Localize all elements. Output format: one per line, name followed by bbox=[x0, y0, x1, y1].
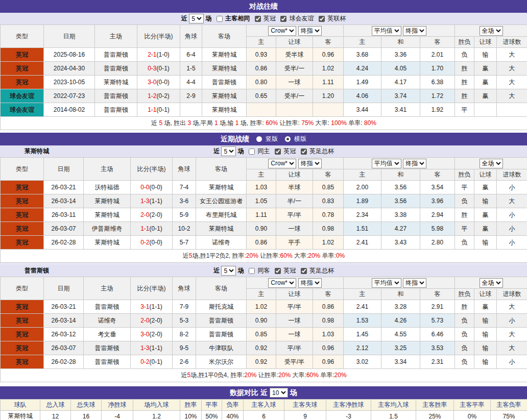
average-stage-select[interactable]: 终指 bbox=[403, 278, 426, 288]
final-score: 2-0 bbox=[140, 211, 149, 218]
away-team: 莱斯特城 bbox=[202, 62, 247, 76]
fulltime-group-header: 全场 bbox=[455, 25, 527, 37]
summary-label: 场, 胜出 bbox=[162, 119, 187, 127]
result-wdl: 负 bbox=[455, 194, 474, 208]
home-team: 普雷斯顿 bbox=[95, 48, 137, 62]
score-cell: 0-0(0-0) bbox=[131, 181, 173, 194]
odds-stage-select[interactable]: 终指 bbox=[298, 159, 322, 168]
filter-league-label: 英冠 bbox=[264, 15, 276, 22]
bookmaker-select[interactable]: Crow* bbox=[268, 159, 296, 168]
draw-rate: 50% bbox=[202, 411, 222, 420]
odds-handicap: 一球 bbox=[276, 222, 313, 236]
summary-label: 场, 胜率: bbox=[239, 119, 266, 127]
half-score: (1-0) bbox=[157, 51, 170, 58]
bookmaker-select[interactable]: Crow* bbox=[268, 278, 296, 288]
match-date: 26-03-21 bbox=[44, 300, 84, 314]
average-select[interactable]: 平均值 bbox=[372, 26, 401, 36]
col-goals: 进球数 bbox=[497, 169, 527, 181]
col-avg-home: 主 bbox=[344, 37, 381, 48]
hv-goals-for: 6 bbox=[244, 411, 284, 420]
fulltime-select[interactable]: 全场 bbox=[480, 278, 503, 288]
vertical-layout-radio[interactable] bbox=[256, 136, 262, 142]
filter-facup-checkbox[interactable] bbox=[301, 149, 307, 155]
half-score: (0-1) bbox=[157, 65, 170, 72]
odds-handicap: 平/半 bbox=[276, 208, 313, 222]
preston-games-select[interactable]: 5 bbox=[221, 266, 236, 276]
home-team: 诺维奇 bbox=[84, 314, 131, 328]
odds-stage-select[interactable]: 终指 bbox=[298, 278, 322, 288]
filter-facup-checkbox[interactable] bbox=[301, 268, 307, 274]
summary-value: 1 bbox=[235, 119, 239, 127]
half-score: (0-0) bbox=[150, 239, 162, 246]
result-handicap: 赢 bbox=[474, 62, 497, 76]
h2h-games-select[interactable]: 5 bbox=[189, 14, 204, 23]
odds-handicap: 半球 bbox=[276, 181, 313, 194]
filter-league-checkbox[interactable] bbox=[255, 16, 261, 22]
fulltime-select[interactable]: 全场 bbox=[480, 26, 503, 36]
col-odds-handicap: 让球 bbox=[276, 169, 313, 181]
preston-rows: 英冠 26-03-21 普雷斯顿 3-1(1-1) 7-9 斯托克城 1.02 … bbox=[1, 300, 527, 369]
col-odds-home: 主 bbox=[247, 289, 276, 300]
corner-cell: 7-4 bbox=[173, 181, 196, 194]
filter-league-checkbox[interactable] bbox=[275, 268, 281, 274]
avg-home: 2.41 bbox=[344, 236, 381, 250]
compare-rows: 莱斯特城 12 16 -4 1.2 10% 50% 40% 6 9 -3 1.5… bbox=[1, 411, 527, 420]
odds-away bbox=[313, 103, 344, 117]
col-handicap-result: 让球 bbox=[474, 289, 497, 300]
match-row: 英冠 26-03-07 伊普斯维奇 1-1(0-1) 10-2 莱斯特城 0.9… bbox=[1, 222, 527, 236]
summary-value: 1 bbox=[214, 119, 218, 127]
match-row: 英冠 26-02-28 莱斯特城 0-2(0-0) 5-7 诺维奇 0.86 平… bbox=[1, 236, 527, 250]
compare-games-select[interactable]: 10 bbox=[270, 388, 288, 398]
result-wdl: 负 bbox=[455, 355, 474, 369]
same-away-checkbox[interactable] bbox=[249, 268, 255, 274]
score-cell: 2-0(2-0) bbox=[131, 208, 173, 222]
result-goals: 大 bbox=[497, 48, 527, 62]
league-badge: 英冠 bbox=[1, 62, 44, 76]
avg-draw: 3.74 bbox=[381, 89, 420, 103]
avg-away: 2.80 bbox=[420, 236, 455, 250]
summary-value: 20% bbox=[308, 252, 320, 259]
same-home-checkbox[interactable] bbox=[249, 149, 255, 155]
odds-home: 0.85 bbox=[247, 328, 276, 341]
col-home: 主场 bbox=[84, 158, 131, 181]
match-row: 英冠 26-03-12 考文垂 3-0(2-0) 8-2 普雷斯顿 0.85 一… bbox=[1, 328, 527, 341]
col-odds-away: 客 bbox=[313, 37, 344, 48]
odds-away: 0.86 bbox=[313, 300, 344, 314]
col-wdl: 胜负 bbox=[455, 169, 474, 181]
odds-away: 0.98 bbox=[313, 222, 344, 236]
avg-draw: 3.38 bbox=[381, 208, 420, 222]
league-badge: 英冠 bbox=[1, 314, 44, 328]
away-team: 普雷斯顿 bbox=[196, 314, 247, 328]
avg-draw: 4.17 bbox=[381, 76, 420, 89]
avg-away: 3.54 bbox=[420, 181, 455, 194]
col-hv-win-rate: 主客胜率 bbox=[416, 400, 454, 411]
col-handicap-result: 让球 bbox=[474, 37, 497, 48]
average-select[interactable]: 平均值 bbox=[372, 278, 401, 288]
col-odds-home: 主 bbox=[247, 37, 276, 48]
filter-cup-checkbox[interactable] bbox=[319, 16, 325, 22]
match-date: 26-03-21 bbox=[44, 181, 84, 194]
bookmaker-select[interactable]: Crow* bbox=[268, 26, 296, 36]
score-cell: 2-1(1-0) bbox=[137, 48, 180, 62]
avg-home: 2.41 bbox=[344, 300, 381, 314]
average-stage-select[interactable]: 终指 bbox=[403, 26, 426, 36]
same-venue-checkbox[interactable] bbox=[217, 16, 223, 22]
horizontal-layout-radio[interactable] bbox=[285, 136, 291, 142]
h2h-rows: 英冠 2025-08-16 普雷斯顿 2-1(1-0) 6-4 莱斯特城 0.9… bbox=[1, 48, 527, 117]
half-score: (1-1) bbox=[150, 344, 162, 352]
fulltime-select[interactable]: 全场 bbox=[480, 159, 503, 168]
leicester-games-select[interactable]: 5 bbox=[221, 146, 236, 156]
leicester-summary: 近5场,胜1平2负2, 胜率:20% 让胜率:60% 大率:20% 单率:0% bbox=[1, 250, 527, 263]
odds-home: 1.03 bbox=[247, 181, 276, 194]
goals-against: 16 bbox=[71, 411, 102, 420]
h2h-title: 对战往绩 bbox=[249, 2, 278, 10]
leicester-team-name: 莱斯特城 bbox=[25, 145, 49, 157]
filter-friendly-checkbox[interactable] bbox=[280, 16, 286, 22]
result-handicap: 输 bbox=[474, 328, 497, 341]
avg-goals: 1.2 bbox=[133, 411, 180, 420]
odds-stage-select[interactable]: 终指 bbox=[298, 26, 322, 36]
corner-cell: 8-2 bbox=[173, 328, 196, 341]
average-stage-select[interactable]: 终指 bbox=[403, 159, 426, 168]
filter-league-checkbox[interactable] bbox=[275, 149, 281, 155]
average-select[interactable]: 平均值 bbox=[372, 159, 401, 168]
